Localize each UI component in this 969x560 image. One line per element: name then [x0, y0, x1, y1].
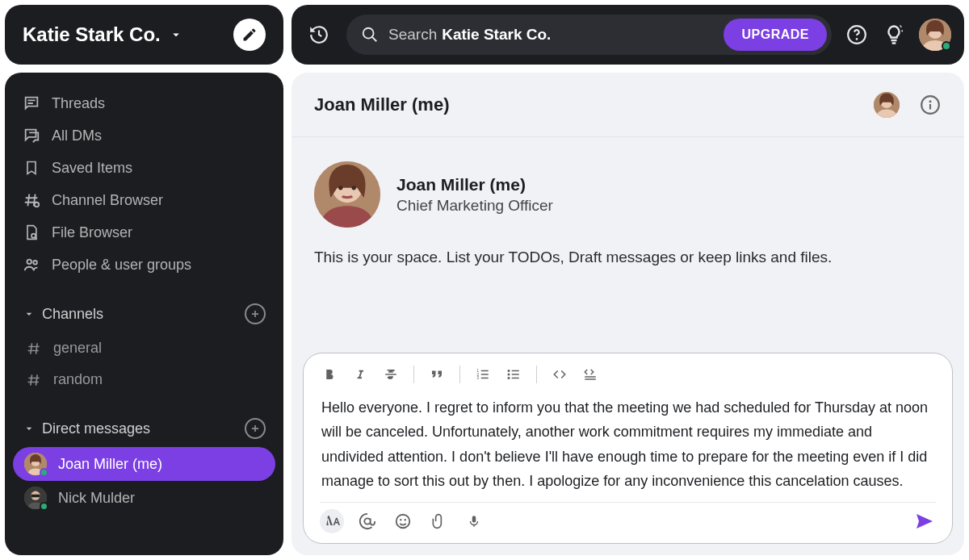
- bullet-list-icon: [505, 367, 522, 382]
- message-composer: 123 Hello everyone. I regret to inform y…: [303, 353, 953, 544]
- sidebar-item-channel-browser[interactable]: Channel Browser: [13, 184, 275, 216]
- pencil-icon: [241, 27, 258, 43]
- channels-section-header: Channels: [13, 295, 275, 332]
- sidebar-item-people[interactable]: People & user groups: [13, 249, 275, 281]
- top-bar: Search Katie Stark Co. UPGRADE: [292, 5, 964, 65]
- search-icon: [361, 26, 379, 44]
- bullet-list-button[interactable]: [504, 365, 523, 384]
- plus-icon: [250, 423, 261, 434]
- search-bar[interactable]: Search Katie Stark Co. UPGRADE: [346, 15, 832, 55]
- compose-button[interactable]: [233, 19, 266, 51]
- paperclip-icon: [430, 512, 447, 530]
- sidebar-item-threads[interactable]: Threads: [13, 87, 275, 119]
- code-button[interactable]: [550, 365, 569, 384]
- channel-info-button[interactable]: [919, 94, 942, 116]
- presence-indicator: [40, 502, 48, 511]
- channel-header: Joan Miller (me): [292, 73, 964, 137]
- member-avatar[interactable]: [874, 92, 900, 118]
- workspace-header: Katie Stark Co.: [5, 5, 283, 65]
- file-browser-icon: [23, 224, 40, 241]
- dm-joan-miller[interactable]: Joan Miller (me): [13, 447, 275, 481]
- mention-button[interactable]: [355, 509, 380, 533]
- threads-icon: [23, 94, 40, 112]
- quote-button[interactable]: [427, 365, 447, 384]
- presence-indicator: [40, 468, 48, 477]
- people-icon: [23, 256, 40, 274]
- svg-text:3: 3: [477, 376, 480, 380]
- sidebar-item-file-browser[interactable]: File Browser: [13, 216, 275, 249]
- sidebar-item-saved[interactable]: Saved Items: [13, 152, 275, 184]
- bold-button[interactable]: [320, 365, 339, 384]
- svg-point-25: [508, 370, 510, 372]
- dm-nick-mulder[interactable]: Nick Mulder: [13, 481, 275, 515]
- svg-point-26: [508, 373, 510, 375]
- italic-button[interactable]: [350, 365, 370, 384]
- italic-icon: [354, 367, 367, 382]
- channel-general[interactable]: general: [13, 332, 275, 364]
- svg-point-20: [338, 186, 342, 190]
- nav-label: People & user groups: [52, 257, 191, 274]
- intro-role: Chief Marketing Officer: [396, 197, 553, 215]
- svg-point-2: [27, 260, 32, 265]
- separator: [459, 366, 460, 383]
- ordered-list-button[interactable]: 123: [473, 365, 493, 384]
- microphone-icon: [467, 512, 481, 530]
- channel-random[interactable]: random: [13, 364, 275, 395]
- emoji-button[interactable]: [391, 509, 415, 533]
- presence-indicator: [942, 41, 951, 51]
- workspace-name: Katie Stark Co.: [23, 23, 161, 46]
- channel-browser-icon: [23, 191, 40, 209]
- user-menu[interactable]: [919, 19, 951, 51]
- dm-label: Joan Miller (me): [58, 456, 162, 473]
- svg-point-27: [508, 377, 510, 379]
- svg-point-0: [35, 203, 39, 207]
- history-icon: [308, 24, 329, 45]
- lightbulb-icon: [883, 23, 905, 46]
- svg-point-30: [405, 519, 406, 520]
- svg-point-3: [33, 261, 37, 265]
- right-column: Search Katie Stark Co. UPGRADE Joan Mill…: [292, 5, 964, 555]
- separator: [536, 366, 537, 383]
- svg-point-21: [352, 186, 356, 190]
- add-channel-button[interactable]: [245, 303, 266, 324]
- attach-button[interactable]: [426, 509, 451, 533]
- strike-button[interactable]: [381, 365, 401, 384]
- chevron-down-icon: [23, 422, 36, 435]
- send-button[interactable]: [913, 512, 936, 531]
- hash-icon: [26, 341, 42, 357]
- composer-actions: [320, 502, 936, 533]
- format-toolbar: 123: [320, 363, 936, 392]
- dms-icon: [23, 127, 40, 144]
- audio-button[interactable]: [462, 509, 486, 533]
- upgrade-label: UPGRADE: [741, 27, 809, 42]
- add-dm-button[interactable]: [245, 418, 266, 439]
- left-column: Katie Stark Co. Threads All DMs: [5, 5, 283, 555]
- quote-icon: [428, 367, 446, 382]
- upgrade-button[interactable]: UPGRADE: [724, 19, 827, 51]
- whats-new-button[interactable]: [882, 23, 906, 47]
- workspace-switcher[interactable]: Katie Stark Co.: [23, 23, 183, 46]
- search-placeholder: Search Katie Stark Co.: [388, 26, 551, 44]
- plus-icon: [250, 308, 261, 320]
- info-icon: [920, 94, 941, 115]
- avatar: [24, 453, 47, 475]
- search-scope: Katie Stark Co.: [442, 26, 551, 44]
- intro-avatar: [314, 161, 380, 228]
- composer-area: 123 Hello everyone. I regret to inform y…: [292, 341, 964, 555]
- channels-toggle[interactable]: Channels: [23, 306, 103, 323]
- bookmark-icon: [23, 159, 40, 177]
- hash-icon: [26, 372, 42, 388]
- formatting-toggle[interactable]: [320, 509, 344, 533]
- channel-header-actions: [874, 92, 942, 118]
- send-icon: [913, 512, 936, 531]
- message-input[interactable]: Hello everyone. I regret to inform you t…: [320, 392, 936, 502]
- code-block-button[interactable]: [581, 365, 600, 384]
- dms-toggle[interactable]: Direct messages: [23, 420, 150, 437]
- sidebar-item-all-dms[interactable]: All DMs: [13, 119, 275, 152]
- help-button[interactable]: [845, 23, 869, 47]
- nav-label: All DMs: [52, 127, 102, 144]
- history-button[interactable]: [304, 20, 333, 49]
- avatar: [24, 487, 47, 509]
- channel-intro: Joan Miller (me) Chief Marketing Officer…: [292, 137, 964, 282]
- code-block-icon: [581, 367, 599, 382]
